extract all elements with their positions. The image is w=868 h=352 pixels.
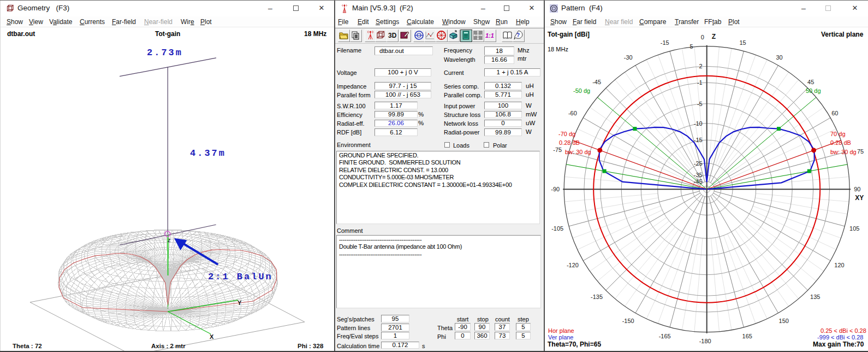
svg-text:15: 15	[739, 39, 746, 46]
svg-text:60: 60	[831, 110, 838, 116]
svg-text:3D: 3D	[388, 32, 397, 39]
svg-text:-90: -90	[551, 186, 560, 192]
svg-text:105: 105	[849, 225, 859, 232]
svg-text:-45: -45	[694, 178, 703, 185]
svg-text:-35: -35	[694, 172, 703, 178]
svg-text:-70 dg: -70 dg	[558, 131, 575, 137]
svg-text:-135: -135	[591, 294, 603, 300]
svg-text:0.28 dB: 0.28 dB	[559, 139, 580, 146]
svg-text:-150: -150	[622, 318, 634, 324]
svg-text:165: 165	[742, 333, 752, 339]
svg-text:-105: -105	[551, 225, 563, 232]
svg-text:150: 150	[779, 318, 789, 324]
svg-text:120: 120	[834, 262, 844, 268]
svg-text:X: X	[210, 333, 214, 340]
svg-text:0.28 dB: 0.28 dB	[830, 139, 851, 146]
svg-text:-1: -1	[697, 79, 703, 86]
svg-text:-45: -45	[592, 79, 601, 85]
svg-text:-25: -25	[694, 160, 703, 167]
svg-text:-10: -10	[694, 120, 703, 127]
svg-text:bw: 30 dg: bw: 30 dg	[565, 149, 591, 155]
svg-text:1:1: 1:1	[485, 32, 494, 39]
svg-text:-15: -15	[661, 39, 669, 46]
svg-text:?: ?	[516, 32, 520, 38]
svg-text:0: 0	[701, 34, 704, 40]
svg-text:bw: 30 dg: bw: 30 dg	[830, 149, 857, 155]
svg-text:135: 135	[810, 294, 820, 300]
svg-text:30: 30	[776, 54, 782, 61]
svg-text:-120: -120	[567, 262, 579, 268]
svg-text:90: 90	[854, 186, 860, 192]
svg-text:Z: Z	[712, 33, 716, 40]
svg-text:50 dg: 50 dg	[806, 87, 821, 94]
svg-text:70 dg: 70 dg	[830, 131, 846, 137]
svg-text:-165: -165	[659, 333, 671, 339]
svg-text:z: z	[168, 237, 171, 243]
svg-text:5: 5	[690, 43, 693, 50]
svg-text:-15: -15	[694, 137, 703, 143]
svg-text:XY: XY	[855, 194, 864, 202]
svg-text:2: 2	[699, 63, 703, 69]
svg-text:Y: Y	[237, 300, 242, 306]
svg-text:-50 dg: -50 dg	[573, 87, 590, 94]
svg-text:-60: -60	[568, 110, 577, 116]
svg-text:-5: -5	[697, 101, 703, 107]
svg-text:-75: -75	[553, 146, 562, 153]
svg-text:-30: -30	[624, 54, 633, 61]
svg-text:75: 75	[857, 148, 864, 155]
svg-text:45: 45	[807, 79, 814, 85]
svg-text:-180: -180	[699, 338, 711, 344]
